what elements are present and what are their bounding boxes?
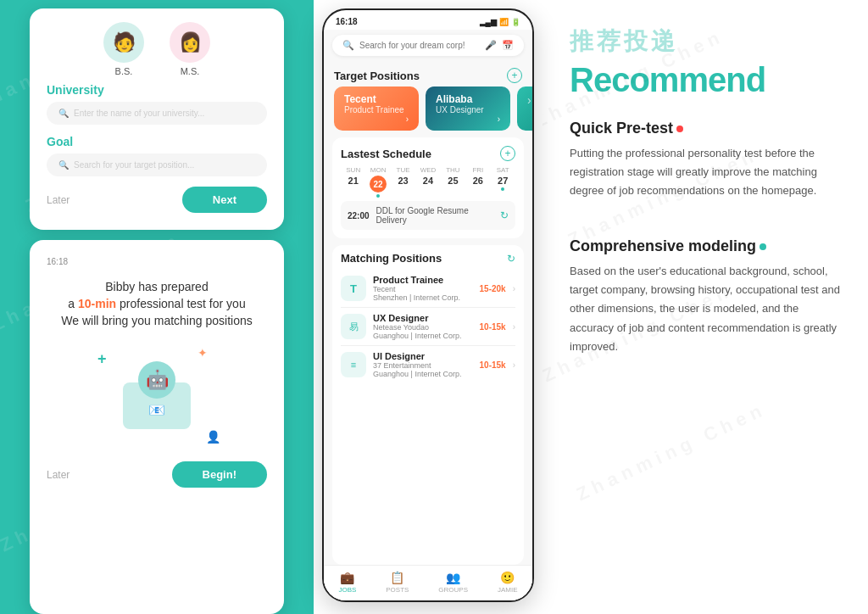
schedule-section: Lastest Schedule + SUN 21 MON 22 TUE (332, 137, 524, 238)
job-company-3: 37 Entertainment (373, 361, 473, 370)
ddl-item: 22:00 DDL for Google Resume Delivery ↻ (341, 201, 515, 230)
calendar-row: SUN 21 MON 22 TUE 23 WED 24 (341, 166, 515, 198)
position-extra[interactable]: › (517, 87, 532, 131)
left-panel: Zhanming Chen Zhanming Chen Zhanming Che… (0, 0, 314, 614)
bottom-form-card: 16:18 Bibby has prepared a 10-min profes… (30, 240, 284, 614)
recommend-title: Recommend (570, 61, 841, 99)
positions-scroll[interactable]: Tecent Product Trainee › Alibaba UX Desi… (324, 87, 532, 137)
job-location-3: Guanghou | Internet Corp. (373, 370, 473, 378)
feature-quicktest-title: Quick Pre-test (570, 120, 841, 137)
feature-modeling-title: Comprehensive modeling (570, 237, 841, 255)
bottom-nav: 💼 JOBS 📋 POSTS 👥 GROUPS 🙂 JAMIE (324, 565, 532, 600)
job-item-3[interactable]: ≡ UI Designer 37 Entertainment Guanghou … (341, 346, 515, 383)
deco-star-right: ✦ (198, 346, 208, 360)
matching-refresh-icon[interactable]: ↻ (507, 253, 515, 265)
nav-posts-label: POSTS (386, 586, 409, 594)
position-tencent[interactable]: Tecent Product Trainee › (334, 87, 419, 131)
search-icon-phone: 🔍 (342, 40, 354, 51)
phone-content: 🔍 🎤 📅 Target Positions + Tecent Product … (324, 30, 532, 600)
target-positions-title: Target Positions (334, 70, 420, 82)
job-salary-1: 15-20k (480, 284, 506, 293)
feature-quicktest-desc: Putting the professional personality tes… (570, 144, 841, 200)
mon-dot (376, 194, 380, 198)
feature-modeling: Comprehensive modeling Based on the user… (570, 237, 841, 376)
goal-section: Goal 🔍 Search for your target position..… (47, 135, 267, 176)
matching-title: Matching Positions (341, 252, 442, 265)
jobs-icon: 💼 (340, 571, 354, 584)
ddl-time: 22:00 (348, 211, 370, 220)
add-schedule-button[interactable]: + (500, 146, 515, 161)
job-info-3: UI Designer 37 Entertainment Guanghou | … (373, 351, 473, 378)
top-form-card: 🧑 B.S. 👩 M.S. University 🔍 Enter the nam… (30, 8, 284, 230)
university-input[interactable]: 🔍 Enter the name of your university... (47, 102, 267, 125)
job-icon-letter-3: ≡ (351, 360, 356, 370)
job-arrow-2: › (513, 322, 515, 332)
avatar-ms-icon: 👩 (170, 22, 210, 63)
job-info-1: Product Trainee Tecent Shenzhen | Intern… (373, 275, 473, 302)
nav-jamie-label: JAMIE (498, 586, 518, 594)
cal-day-sun: SUN 21 (341, 166, 365, 198)
job-icon-letter-2: 易 (349, 321, 359, 333)
job-arrow-3: › (513, 360, 515, 370)
cal-day-sat: SAT 27 (491, 166, 515, 198)
goal-label: Goal (47, 135, 267, 148)
job-company-1: Tecent (373, 285, 473, 293)
job-item-2[interactable]: 易 UX Designer Netease Youdao Guanghou | … (341, 308, 515, 346)
search-icon-goal: 🔍 (58, 160, 69, 170)
later-button-top[interactable]: Later (47, 194, 70, 206)
calendar-icon[interactable]: 📅 (502, 40, 514, 51)
bottom-card-buttons: Later Begin! (47, 461, 267, 488)
add-position-button[interactable]: + (507, 68, 522, 83)
middle-panel: 16:18 ▂▄▆ 📶 🔋 🔍 🎤 📅 Target Positions + (314, 0, 542, 614)
avatar-ms: 👩 M.S. (170, 22, 210, 76)
job-salary-3: 10-15k (480, 360, 506, 370)
job-item-1[interactable]: T Product Trainee Tecent Shenzhen | Inte… (341, 270, 515, 308)
search-input-phone[interactable] (359, 41, 480, 50)
university-label: University (47, 83, 267, 97)
feature-modeling-desc: Based on the user's educational backgrou… (570, 262, 841, 355)
cal-day-fri: FRI 26 (465, 166, 490, 198)
mic-icon[interactable]: 🎤 (485, 40, 497, 51)
nav-jamie[interactable]: 🙂 JAMIE (498, 571, 518, 594)
nav-groups-label: GROUPS (438, 586, 468, 594)
avatar-bs-icon: 🧑 (103, 22, 144, 63)
tencent-arrow: › (344, 114, 409, 124)
search-icon-university: 🔍 (58, 109, 69, 118)
matching-header: Matching Positions ↻ (341, 252, 515, 265)
job-salary-2: 10-15k (480, 322, 506, 332)
position-alibaba[interactable]: Alibaba UX Designer › (426, 87, 510, 131)
sat-dot (501, 187, 504, 191)
time-badge-bottom: 16:18 (47, 257, 267, 266)
nav-jobs[interactable]: 💼 JOBS (338, 571, 356, 594)
deco-plus-left: + (97, 350, 107, 368)
nav-groups[interactable]: 👥 GROUPS (438, 571, 468, 594)
status-icons: ▂▄▆ 📶 🔋 (480, 18, 520, 26)
begin-button[interactable]: Begin! (172, 461, 267, 488)
search-bar[interactable]: 🔍 🎤 📅 (332, 35, 524, 56)
robot-envelope: 🤖 📧 (123, 366, 191, 429)
job-title-2: UX Designer (373, 313, 473, 323)
refresh-icon[interactable]: ↻ (500, 209, 509, 221)
next-button[interactable]: Next (182, 187, 267, 213)
wifi-icon: 📶 (499, 18, 509, 26)
ddl-text: DDL for Google Resume Delivery (376, 206, 493, 225)
schedule-header: Lastest Schedule + (341, 146, 515, 161)
pretest-line3: We will bring you matching positions (47, 314, 267, 327)
right-panel: Zhanming Chen Zhanming Chen Zhanming Che… (542, 0, 868, 614)
tencent-role: Product Trainee (344, 105, 409, 114)
avatars-row: 🧑 B.S. 👩 M.S. (47, 22, 267, 76)
later-button-bottom[interactable]: Later (47, 469, 70, 481)
job-icon-1: T (341, 276, 366, 301)
nav-posts[interactable]: 📋 POSTS (386, 571, 409, 594)
cal-day-wed: WED 24 (415, 166, 440, 198)
job-info-2: UX Designer Netease Youdao Guanghou | In… (373, 313, 473, 340)
line2-rest: professional test for you (116, 297, 246, 310)
top-card-buttons: Later Next (47, 187, 267, 213)
illustration-area: + ✦ 👤 🤖 📧 (47, 346, 267, 448)
job-title-1: Product Trainee (373, 275, 473, 285)
right-wm-4: Zhanming Chen (573, 399, 770, 506)
battery-icon: 🔋 (511, 18, 520, 26)
nav-jobs-label: JOBS (338, 586, 356, 594)
phone-time: 16:18 (336, 17, 358, 26)
goal-input[interactable]: 🔍 Search for your target position... (47, 154, 267, 176)
